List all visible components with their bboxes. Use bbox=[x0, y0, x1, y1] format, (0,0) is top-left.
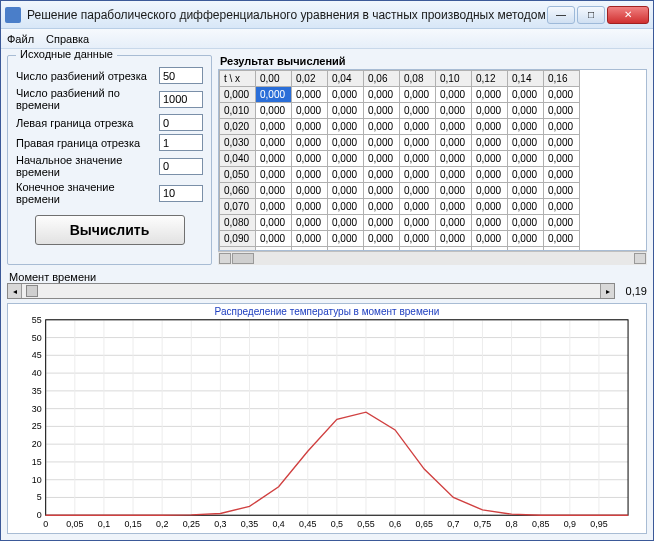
table-cell[interactable]: 0,000 bbox=[256, 183, 292, 199]
row-header[interactable]: 0,030 bbox=[220, 135, 256, 151]
col-header[interactable]: 0,12 bbox=[472, 71, 508, 87]
table-cell[interactable]: 0,000 bbox=[328, 151, 364, 167]
row-header[interactable]: 0,080 bbox=[220, 215, 256, 231]
table-cell[interactable]: 0,000 bbox=[544, 231, 580, 247]
close-button[interactable]: ✕ bbox=[607, 6, 649, 24]
col-header[interactable]: 0,00 bbox=[256, 71, 292, 87]
col-header[interactable]: 0,08 bbox=[400, 71, 436, 87]
table-cell[interactable]: 0,000 bbox=[256, 231, 292, 247]
col-header[interactable]: 0,10 bbox=[436, 71, 472, 87]
table-cell[interactable]: 0,000 bbox=[292, 135, 328, 151]
table-cell[interactable]: 0,000 bbox=[508, 167, 544, 183]
slider-right-arrow-icon[interactable]: ▸ bbox=[600, 284, 614, 298]
table-cell[interactable]: 0,000 bbox=[328, 87, 364, 103]
table-cell[interactable]: 0,000 bbox=[436, 87, 472, 103]
table-cell[interactable]: 0,000 bbox=[472, 167, 508, 183]
input-xright[interactable] bbox=[159, 134, 203, 151]
table-cell[interactable]: 0,000 bbox=[328, 119, 364, 135]
table-cell[interactable]: 0,000 bbox=[400, 87, 436, 103]
row-header[interactable]: 0,010 bbox=[220, 103, 256, 119]
table-cell[interactable]: 0,000 bbox=[472, 119, 508, 135]
table-cell[interactable]: 0,000 bbox=[292, 167, 328, 183]
table-cell[interactable]: 0,000 bbox=[400, 167, 436, 183]
result-table-viewport[interactable]: t \ x0,000,020,040,060,080,100,120,140,1… bbox=[218, 69, 647, 251]
table-cell[interactable]: 0,000 bbox=[256, 135, 292, 151]
table-cell[interactable]: 0,000 bbox=[544, 215, 580, 231]
table-cell[interactable]: 0,000 bbox=[328, 135, 364, 151]
table-cell[interactable]: 0,000 bbox=[364, 167, 400, 183]
table-cell[interactable]: 0,000 bbox=[472, 183, 508, 199]
table-cell[interactable]: 0,000 bbox=[436, 119, 472, 135]
row-header[interactable]: 0,060 bbox=[220, 183, 256, 199]
table-cell[interactable]: 0,000 bbox=[544, 199, 580, 215]
table-cell[interactable]: 0,000 bbox=[256, 215, 292, 231]
table-cell[interactable]: 0,000 bbox=[436, 103, 472, 119]
table-cell[interactable]: 0,000 bbox=[292, 215, 328, 231]
col-header[interactable]: 0,14 bbox=[508, 71, 544, 87]
table-cell[interactable]: 0,000 bbox=[256, 167, 292, 183]
table-cell[interactable]: 0,000 bbox=[400, 215, 436, 231]
minimize-button[interactable]: — bbox=[547, 6, 575, 24]
row-header[interactable]: 0,000 bbox=[220, 87, 256, 103]
table-cell[interactable]: 0,000 bbox=[364, 119, 400, 135]
table-cell[interactable]: 0,000 bbox=[364, 151, 400, 167]
table-cell[interactable]: 0,000 bbox=[436, 183, 472, 199]
table-cell[interactable]: 0,000 bbox=[436, 151, 472, 167]
input-ntime[interactable] bbox=[159, 91, 203, 108]
scroll-left-arrow-icon[interactable] bbox=[219, 253, 231, 264]
table-cell[interactable]: 0,000 bbox=[508, 215, 544, 231]
table-cell[interactable]: 0,000 bbox=[292, 151, 328, 167]
table-cell[interactable]: 0,000 bbox=[436, 135, 472, 151]
table-cell[interactable]: 0,000 bbox=[436, 167, 472, 183]
table-cell[interactable]: 0,000 bbox=[544, 119, 580, 135]
table-cell[interactable]: 0,000 bbox=[436, 215, 472, 231]
table-cell[interactable]: 0,000 bbox=[436, 231, 472, 247]
table-cell[interactable]: 0,000 bbox=[256, 119, 292, 135]
calculate-button[interactable]: Вычислить bbox=[35, 215, 185, 245]
col-header[interactable]: 0,06 bbox=[364, 71, 400, 87]
scroll-thumb[interactable] bbox=[232, 253, 254, 264]
row-header[interactable]: 0,050 bbox=[220, 167, 256, 183]
table-cell[interactable]: 0,000 bbox=[472, 231, 508, 247]
table-cell[interactable]: 0,000 bbox=[472, 87, 508, 103]
input-xleft[interactable] bbox=[159, 114, 203, 131]
table-cell[interactable]: 0,000 bbox=[472, 151, 508, 167]
row-header[interactable]: 0,090 bbox=[220, 231, 256, 247]
table-cell[interactable]: 0,000 bbox=[508, 183, 544, 199]
table-cell[interactable]: 0,000 bbox=[508, 87, 544, 103]
table-cell[interactable]: 0,000 bbox=[508, 231, 544, 247]
table-cell[interactable]: 0,000 bbox=[400, 119, 436, 135]
table-hscrollbar[interactable] bbox=[218, 251, 647, 265]
table-cell[interactable]: 0,000 bbox=[508, 199, 544, 215]
time-slider[interactable]: ◂ ▸ bbox=[7, 283, 615, 299]
table-cell[interactable]: 0,000 bbox=[364, 103, 400, 119]
table-cell[interactable]: 0,000 bbox=[364, 87, 400, 103]
table-cell[interactable]: 0,000 bbox=[364, 199, 400, 215]
table-cell[interactable]: 0,000 bbox=[544, 103, 580, 119]
table-cell[interactable]: 0,000 bbox=[364, 183, 400, 199]
table-cell[interactable]: 0,000 bbox=[256, 199, 292, 215]
slider-thumb[interactable] bbox=[26, 285, 38, 297]
table-cell[interactable]: 0,000 bbox=[472, 103, 508, 119]
table-cell[interactable]: 0,000 bbox=[544, 183, 580, 199]
table-cell[interactable]: 0,000 bbox=[256, 103, 292, 119]
table-cell[interactable]: 0,000 bbox=[544, 87, 580, 103]
col-header[interactable]: 0,04 bbox=[328, 71, 364, 87]
table-cell[interactable]: 0,000 bbox=[328, 215, 364, 231]
col-header[interactable]: 0,16 bbox=[544, 71, 580, 87]
table-cell[interactable]: 0,000 bbox=[544, 135, 580, 151]
scroll-right-arrow-icon[interactable] bbox=[634, 253, 646, 264]
table-cell[interactable]: 0,000 bbox=[328, 103, 364, 119]
table-cell[interactable]: 0,000 bbox=[292, 119, 328, 135]
table-cell[interactable]: 0,000 bbox=[364, 135, 400, 151]
table-cell[interactable]: 0,000 bbox=[400, 135, 436, 151]
table-cell[interactable]: 0,000 bbox=[328, 199, 364, 215]
col-header[interactable]: 0,02 bbox=[292, 71, 328, 87]
table-cell[interactable]: 0,000 bbox=[400, 151, 436, 167]
table-cell[interactable]: 0,000 bbox=[292, 199, 328, 215]
table-cell[interactable]: 0,000 bbox=[400, 103, 436, 119]
slider-left-arrow-icon[interactable]: ◂ bbox=[8, 284, 22, 298]
row-header[interactable]: 0,070 bbox=[220, 199, 256, 215]
table-cell[interactable]: 0,000 bbox=[328, 231, 364, 247]
table-cell[interactable]: 0,000 bbox=[364, 231, 400, 247]
